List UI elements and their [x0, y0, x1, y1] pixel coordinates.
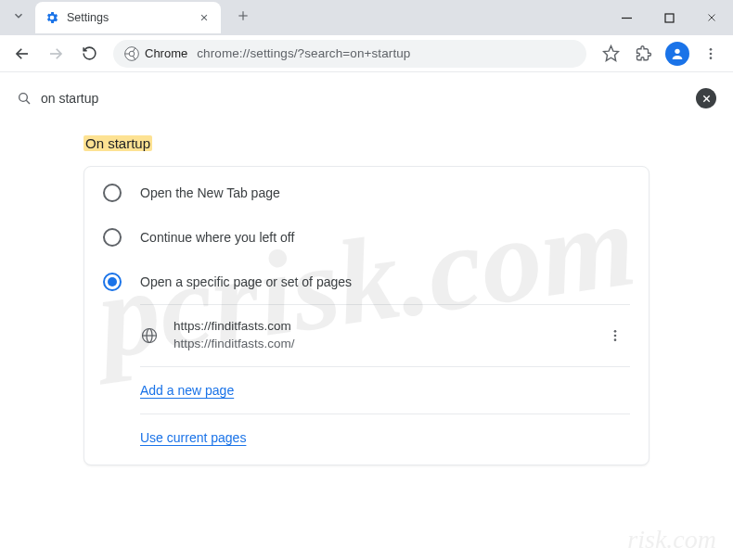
svg-marker-15 — [603, 46, 618, 61]
search-query[interactable]: on startup — [41, 91, 98, 106]
window-controls — [605, 0, 733, 35]
back-button[interactable] — [7, 39, 37, 69]
page-title: https://finditfasts.com — [174, 318, 295, 336]
settings-search-row: on startup — [0, 80, 733, 117]
watermark-small: risk.com — [627, 525, 716, 554]
url-text: chrome://settings/?search=on+startup — [197, 46, 410, 60]
section-title: On startup — [84, 135, 649, 151]
radio-new-tab[interactable]: Open the New Tab page — [84, 171, 649, 215]
use-current-link[interactable]: Use current pages — [140, 430, 246, 445]
clear-search-button[interactable] — [696, 88, 716, 108]
puzzle-icon — [636, 45, 652, 62]
svg-point-18 — [710, 52, 713, 55]
settings-gear-icon — [45, 10, 59, 25]
close-icon — [706, 12, 717, 23]
radio-icon — [103, 184, 122, 202]
startup-pages-list: https://finditfasts.com https://finditfa… — [140, 304, 630, 461]
arrow-left-icon — [14, 45, 31, 62]
radio-label: Open a specific page or set of pages — [140, 274, 352, 289]
url-chip-label: Chrome — [145, 46, 187, 60]
svg-point-11 — [129, 51, 135, 57]
svg-point-28 — [614, 335, 617, 337]
maximize-button[interactable] — [648, 0, 690, 35]
startup-page-row: https://finditfasts.com https://finditfa… — [140, 305, 630, 366]
svg-rect-5 — [665, 14, 674, 22]
svg-point-19 — [710, 57, 713, 59]
settings-content: On startup Open the New Tab page Continu… — [0, 117, 733, 465]
startup-options-card: Open the New Tab page Continue where you… — [84, 166, 649, 465]
radio-specific-pages[interactable]: Open a specific page or set of pages — [84, 260, 649, 304]
new-tab-button[interactable] — [230, 3, 256, 29]
plus-icon — [237, 9, 250, 22]
minimize-icon — [622, 13, 632, 23]
avatar-icon — [665, 42, 689, 66]
star-icon — [602, 45, 620, 62]
url-chip: Chrome — [124, 46, 187, 61]
browser-tab[interactable]: Settings — [35, 2, 221, 33]
svg-line-21 — [26, 100, 30, 104]
kebab-menu-icon — [608, 328, 623, 343]
menu-button[interactable] — [696, 39, 726, 69]
svg-point-17 — [710, 48, 713, 51]
extensions-button[interactable] — [629, 39, 659, 69]
page-info: https://finditfasts.com https://finditfa… — [174, 318, 295, 353]
svg-point-16 — [675, 48, 679, 53]
svg-point-20 — [19, 94, 28, 102]
address-bar[interactable]: Chrome chrome://settings/?search=on+star… — [113, 40, 586, 68]
search-tabs-button[interactable] — [6, 3, 32, 29]
reload-icon — [82, 45, 97, 61]
svg-point-29 — [614, 338, 617, 341]
use-current-row: Use current pages — [140, 414, 630, 461]
bookmark-button[interactable] — [596, 39, 625, 69]
browser-toolbar: Chrome chrome://settings/?search=on+star… — [0, 35, 733, 72]
page-more-button[interactable] — [608, 328, 630, 343]
page-url: https://finditfasts.com/ — [174, 336, 295, 353]
profile-button[interactable] — [662, 39, 692, 69]
add-page-link[interactable]: Add a new page — [140, 383, 234, 398]
maximize-icon — [664, 13, 675, 23]
radio-icon — [103, 228, 122, 247]
minimize-button[interactable] — [605, 0, 648, 35]
chevron-down-icon — [12, 9, 25, 22]
close-window-button[interactable] — [690, 0, 733, 35]
close-icon — [701, 94, 712, 104]
radio-icon — [103, 273, 122, 291]
radio-label: Continue where you left off — [140, 230, 294, 245]
tab-strip: Settings — [0, 0, 256, 35]
window-titlebar: Settings — [0, 0, 733, 35]
tab-title: Settings — [67, 11, 109, 24]
search-icon — [17, 91, 32, 106]
tab-close-button[interactable] — [197, 10, 212, 25]
radio-continue[interactable]: Continue where you left off — [84, 215, 649, 260]
kebab-menu-icon — [703, 46, 718, 61]
close-icon — [199, 13, 209, 22]
globe-icon — [140, 326, 159, 345]
svg-point-27 — [614, 330, 617, 333]
chrome-logo-icon — [124, 46, 139, 61]
radio-label: Open the New Tab page — [140, 185, 280, 200]
reload-button[interactable] — [74, 39, 104, 69]
add-page-row: Add a new page — [140, 366, 630, 414]
forward-button[interactable] — [41, 39, 71, 69]
arrow-right-icon — [47, 45, 64, 62]
